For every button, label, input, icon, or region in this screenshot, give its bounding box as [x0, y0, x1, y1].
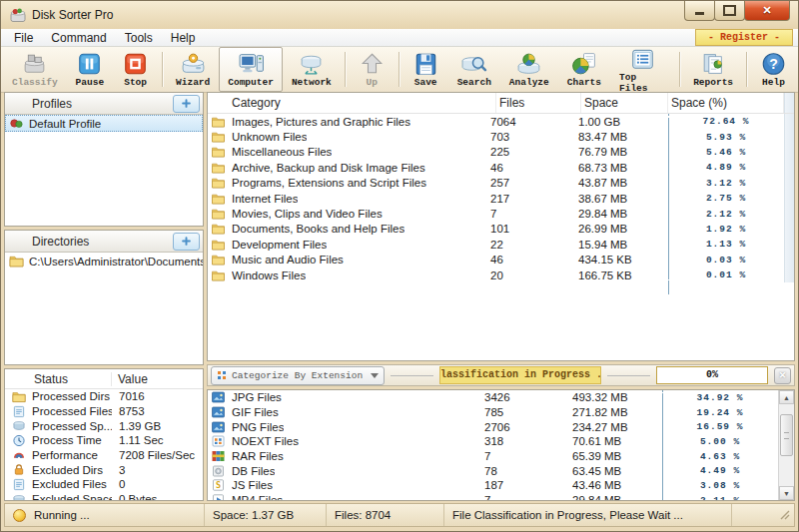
- categorize-dropdown[interactable]: Categorize By Extension: [211, 366, 385, 385]
- wizard-button[interactable]: Wizard: [167, 47, 219, 92]
- add-profile-button[interactable]: [173, 95, 200, 113]
- scroll-down-button[interactable]: ▼: [779, 486, 794, 500]
- reports-button[interactable]: Reports: [684, 47, 742, 92]
- register-button[interactable]: - Register -: [695, 29, 793, 46]
- folder-icon: [12, 390, 26, 403]
- up-button[interactable]: Up: [350, 47, 395, 92]
- vertical-scrollbar[interactable]: ▲ ▼: [778, 390, 794, 500]
- category-label: Programs, Extensions and Script Files: [232, 177, 426, 189]
- search-button[interactable]: Search: [448, 47, 500, 92]
- category-row[interactable]: Music and Audio Files46434.15 KB0.03 %: [208, 253, 794, 267]
- network-button[interactable]: Network: [283, 47, 341, 92]
- profiles-header: Profiles: [5, 93, 203, 115]
- status-table-header: Status Value: [5, 369, 203, 389]
- category-name-cell: Images, Pictures and Graphic Files: [208, 116, 487, 128]
- minimize-icon: [695, 12, 704, 15]
- statusbar-files: Files: 8704: [327, 504, 444, 526]
- category-row[interactable]: Development Files2215.94 MB1.13 %: [208, 237, 794, 252]
- category-column-header[interactable]: Category: [208, 93, 496, 113]
- categorize-icon: [217, 370, 227, 380]
- extension-panel: JPG Files3426493.32 MB34.92 %GIF Files78…: [207, 389, 795, 501]
- right-column: Category Files Space Space (%) Images, P…: [207, 92, 795, 501]
- status-row-value: 1.11 Sec: [112, 434, 203, 446]
- extension-row[interactable]: PNG Files2706234.27 MB16.59 %: [208, 419, 778, 434]
- file-icon: [12, 405, 26, 418]
- help-button[interactable]: ? Help: [751, 47, 796, 92]
- files-column-header[interactable]: Files: [496, 93, 581, 113]
- extension-row[interactable]: JPG Files3426493.32 MB34.92 %: [208, 390, 778, 405]
- value-column-header: Value: [112, 372, 203, 386]
- running-status-text: Running ...: [34, 509, 90, 521]
- category-row[interactable]: Miscellaneous Files22576.79 MB5.46 %: [208, 145, 794, 160]
- scrollbar-track: [784, 191, 794, 206]
- extension-label: PNG Files: [232, 421, 284, 433]
- category-space: 26.99 MB: [575, 223, 665, 235]
- extension-files: 7: [481, 450, 569, 462]
- space-column-header[interactable]: Space: [581, 93, 668, 113]
- close-button[interactable]: ✕: [744, 1, 790, 21]
- svg-text:?: ?: [769, 56, 778, 72]
- charts-button[interactable]: Charts: [558, 47, 610, 92]
- percent-bar-label: 3.12 %: [668, 177, 784, 190]
- status-row-value: 3: [112, 464, 203, 476]
- category-row[interactable]: Programs, Extensions and Script Files257…: [208, 176, 794, 191]
- charts-icon: [570, 51, 597, 77]
- scrollbar-thumb[interactable]: [780, 414, 793, 456]
- categorize-dropdown-label: Categorize By Extension: [232, 370, 363, 381]
- save-button[interactable]: Save: [403, 47, 448, 92]
- percent-bar-label: 3.08 %: [662, 479, 778, 492]
- disk-icon: [12, 493, 26, 500]
- resize-grip[interactable]: [779, 509, 791, 521]
- status-row-label: Performance: [32, 449, 112, 461]
- menu-tools[interactable]: Tools: [116, 31, 162, 45]
- pause-button[interactable]: Pause: [67, 47, 114, 92]
- network-icon: [298, 51, 325, 77]
- extension-row[interactable]: SJS Files18743.46 MB3.08 %: [208, 478, 778, 493]
- extension-label: RAR Files: [232, 450, 284, 462]
- menu-help[interactable]: Help: [162, 31, 205, 45]
- top-files-button[interactable]: Top Files: [610, 47, 675, 92]
- category-row[interactable]: Images, Pictures and Graphic Files70641.…: [208, 114, 794, 129]
- image-icon: [211, 406, 226, 418]
- extension-row[interactable]: RAR Files765.39 MB4.63 %: [208, 449, 778, 464]
- stop-button[interactable]: Stop: [113, 47, 158, 92]
- minimize-button[interactable]: [684, 1, 715, 21]
- menu-command[interactable]: Command: [42, 31, 115, 45]
- add-directory-button[interactable]: [173, 233, 200, 251]
- category-files: 46: [487, 162, 575, 174]
- cancel-classification-button[interactable]: ✕: [774, 367, 791, 384]
- category-label: Images, Pictures and Graphic Files: [232, 116, 410, 128]
- extension-row[interactable]: MP4 Files729.84 MB2.11 %: [208, 493, 778, 501]
- scrollbar-track[interactable]: [779, 456, 794, 486]
- category-row[interactable]: Documents, Books and Help Files10126.99 …: [208, 222, 794, 237]
- category-files: 217: [487, 193, 575, 205]
- status-row-value: 7016: [112, 390, 203, 402]
- category-row[interactable]: Movies, Clips and Video Files729.84 MB2.…: [208, 206, 794, 221]
- extension-row[interactable]: DB Files7863.45 MB4.49 %: [208, 463, 778, 478]
- percent-bar-label: 2.75 %: [668, 192, 784, 205]
- category-row[interactable]: Windows Files20166.75 KB0.01 %: [208, 267, 794, 282]
- mp4-icon: [211, 494, 226, 501]
- computer-button[interactable]: Computer: [219, 47, 283, 92]
- category-row[interactable]: Archive, Backup and Disk Image Files4668…: [208, 160, 794, 175]
- stop-icon: [122, 51, 149, 77]
- category-files: 703: [487, 131, 575, 143]
- category-row[interactable]: Internet Files21738.67 MB2.75 %: [208, 191, 794, 206]
- classify-button[interactable]: Classify: [3, 47, 67, 92]
- extension-space: 271.82 MB: [569, 406, 659, 418]
- directory-row[interactable]: C:\Users\Administrator\Documents: [5, 253, 203, 269]
- percent-bar-label: 5.00 %: [662, 435, 778, 448]
- category-files: 7064: [487, 116, 575, 128]
- extension-row[interactable]: NOEXT Files31870.61 MB5.00 %: [208, 434, 778, 449]
- scroll-up-button[interactable]: ▲: [779, 390, 794, 404]
- maximize-button[interactable]: [714, 1, 745, 21]
- space-percent-column-header[interactable]: Space (%): [668, 93, 784, 113]
- folder-icon: [211, 208, 226, 220]
- extension-label: DB Files: [232, 465, 275, 477]
- percent-bar-label: 1.92 %: [668, 223, 784, 236]
- profile-row[interactable]: Default Profile: [5, 115, 203, 132]
- category-row[interactable]: Unknown Files70383.47 MB5.93 %: [208, 129, 794, 144]
- extension-row[interactable]: GIF Files785271.82 MB19.24 %: [208, 405, 778, 420]
- analyze-button[interactable]: Analyze: [500, 47, 558, 92]
- menu-file[interactable]: File: [5, 31, 42, 45]
